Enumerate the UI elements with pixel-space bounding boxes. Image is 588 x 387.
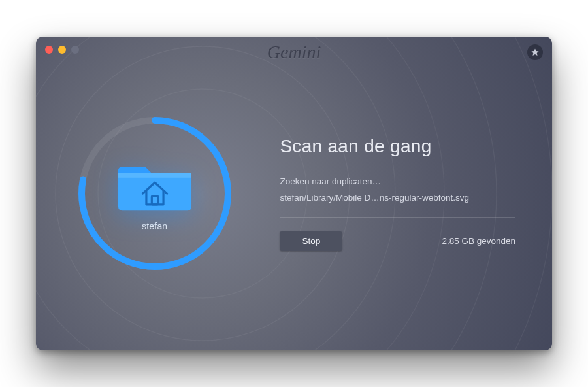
scan-visual-panel: stefan [36, 37, 273, 350]
svg-rect-9 [118, 173, 191, 177]
scan-info-panel: Scan aan de gang Zoeken naar duplicaten…… [273, 136, 552, 251]
home-folder-icon [118, 156, 191, 214]
divider [280, 217, 515, 218]
content-area: stefan Scan aan de gang Zoeken naar dupl… [36, 37, 552, 350]
found-size-text: 2,85 GB gevonden [442, 236, 515, 246]
scan-heading: Scan aan de gang [280, 136, 515, 157]
app-window: Gemini [36, 37, 552, 350]
action-row: Stop 2,85 GB gevonden [280, 231, 515, 251]
stop-button[interactable]: Stop [280, 231, 342, 251]
progress-ring: stefan [70, 109, 240, 278]
scan-status-text: Zoeken naar duplicaten… [280, 177, 515, 186]
scan-current-path: stefan/Library/Mobile D…ns-regular-webfo… [280, 193, 515, 203]
